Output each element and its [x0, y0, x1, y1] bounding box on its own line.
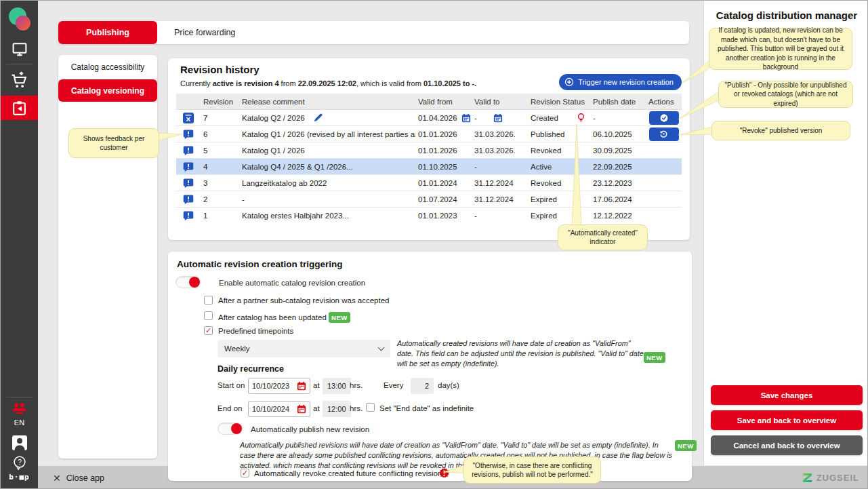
annotation-revoke-info: "Revoke" published version — [711, 121, 850, 140]
cart-plus-icon[interactable] — [1, 69, 38, 92]
revision-history-subtitle: Currently active is revision 4 from 22.0… — [180, 79, 476, 87]
header-publish-date: Publish date — [590, 98, 646, 106]
partner-subcatalog-label: After a partner sub-catalog revision was… — [218, 296, 390, 305]
table-header-row: Revision Release comment Valid from Vali… — [176, 94, 682, 110]
feedback-comment-icon[interactable] — [183, 161, 194, 172]
language-switcher[interactable]: EN — [1, 418, 38, 427]
desktop-icon[interactable] — [1, 39, 38, 59]
feedback-comment-icon[interactable] — [183, 145, 194, 156]
indefinite-end-checkbox[interactable] — [366, 403, 375, 412]
cell-valid-to: - — [472, 212, 528, 220]
auto-trigger-card: Automatic revision creation triggering E… — [168, 252, 692, 481]
catalog-updated-label: After catalog has been updated NEW — [218, 312, 350, 323]
revision-history-card: Revision history Currently active is rev… — [168, 58, 690, 240]
end-date-input[interactable] — [248, 401, 310, 417]
table-row[interactable]: 6 Katalog Q1 / 2026 (revised by all inte… — [176, 126, 682, 142]
edit-comment-icon[interactable] — [313, 113, 323, 123]
publish-revision-button[interactable] — [649, 111, 679, 125]
catalog-updated-checkbox[interactable] — [204, 311, 213, 320]
tab-publishing[interactable]: Publishing — [58, 21, 157, 44]
calendar-icon-red[interactable] — [297, 404, 306, 414]
feedback-comment-icon[interactable] — [183, 194, 194, 205]
start-on-label: Start on — [218, 381, 245, 389]
calendar-icon[interactable] — [493, 113, 503, 123]
subtitle-bold: 22.09.2025 12:02 — [298, 79, 356, 87]
header-actions: Actions — [646, 98, 682, 106]
close-app-button[interactable]: ✕ Close app — [53, 466, 104, 489]
app-window: { "app": { "close_label": "Close app", "… — [0, 0, 868, 489]
sidebar-divider-bottom — [6, 397, 33, 397]
days-label: day(s) — [438, 381, 459, 389]
save-back-button[interactable]: Save and back to overview — [711, 410, 863, 430]
calendar-icon-red[interactable] — [297, 381, 306, 391]
subtitle-text: from — [279, 79, 298, 87]
warning-exclamation-icon — [439, 468, 449, 478]
cell-revision: 5 — [201, 146, 239, 155]
table-row[interactable]: 5 Katalog Q1 / 2026 01.01.2026 31.03.202… — [176, 142, 682, 159]
brand-name: ZUGSEIL — [817, 473, 859, 483]
cell-comment: Katalog Q2 / 2026 — [242, 114, 305, 122]
tab-price-forwarding[interactable]: Price forwarding — [174, 21, 235, 44]
cell-status: Expired — [528, 212, 590, 220]
cell-status: Published — [528, 130, 590, 138]
table-row[interactable]: 1 Katalog erstes Halbjahr 2023... 01.01.… — [176, 208, 682, 224]
calendar-icon[interactable] — [461, 113, 471, 123]
auto-revoke-checkbox[interactable]: ✓ — [241, 469, 249, 477]
cell-valid-from: 01.01.2023 — [415, 212, 472, 220]
end-on-label: End on — [218, 404, 242, 412]
annotation-otherwise: "Otherwise, in case there are conflictin… — [463, 456, 601, 484]
delete-revision-icon[interactable] — [183, 113, 194, 123]
save-changes-button[interactable]: Save changes — [711, 385, 863, 405]
start-date-value[interactable] — [252, 382, 294, 390]
nav-item-catalog-versioning[interactable]: Catalog versioning — [58, 79, 157, 102]
feedback-comment-icon[interactable] — [183, 210, 194, 221]
end-time-input[interactable]: 12:00 — [323, 401, 351, 417]
trigger-button-label: Trigger new revision creation — [578, 78, 674, 86]
predefined-timepoints-checkbox[interactable]: ✓ — [204, 326, 213, 335]
at-label: at — [313, 381, 320, 389]
hrs-label: hrs. — [350, 404, 363, 412]
cell-valid-to: 31.12.2024 — [472, 179, 528, 187]
enable-auto-creation-toggle[interactable] — [175, 276, 201, 288]
cell-valid-from: 01.04.2026 — [418, 114, 457, 122]
frequency-select[interactable]: Weekly — [218, 340, 390, 357]
feedback-comment-icon[interactable] — [183, 129, 194, 140]
cancel-back-button[interactable]: Cancel and back to overview — [711, 435, 863, 455]
help-icon[interactable]: ? — [1, 454, 38, 471]
auto-publish-toggle[interactable] — [218, 423, 243, 435]
start-time-input[interactable]: 13:00 — [323, 378, 351, 394]
auto-created-bulb-icon — [577, 113, 585, 123]
sidebar-item-catalog-active[interactable] — [1, 96, 38, 120]
sidebar-divider-top — [6, 64, 33, 64]
trigger-new-revision-button[interactable]: Trigger new revision creation — [559, 74, 682, 90]
annotation-publish-info: "Publish" - Only possible for unpublishe… — [718, 81, 853, 108]
cell-valid-from: 01.01.2026 — [415, 146, 472, 155]
customers-icon[interactable] — [1, 401, 38, 416]
table-row[interactable]: 2 - 01.07.2024 31.12.2024 Expired 17.06.… — [176, 191, 682, 208]
cell-valid-from: 01.07.2024 — [415, 195, 472, 203]
app-logo — [1, 5, 38, 35]
end-date-value[interactable] — [252, 405, 294, 413]
table-row-active[interactable]: 4 Katalog Q4 / 2025 & Q1 /2026... 01.10.… — [176, 159, 682, 175]
partner-subcatalog-checkbox[interactable] — [204, 296, 213, 305]
frequency-value: Weekly — [224, 345, 250, 353]
cell-revision: 7 — [201, 114, 239, 122]
table-row[interactable]: 7 Katalog Q2 / 2026 01.04.2026 - Created… — [176, 110, 682, 126]
right-panel-title: Catalog distribution manager — [704, 9, 868, 21]
nav-item-catalog-accessibility[interactable]: Catalog accessibility — [58, 56, 157, 78]
cell-publish-date: 23.12.2023 — [590, 179, 646, 187]
cell-comment: Katalog Q4 / 2025 & Q1 /2026... — [239, 163, 415, 171]
top-tabbar: Publishing Price forwarding — [58, 21, 689, 44]
start-date-input[interactable] — [248, 378, 310, 394]
revoke-revision-button[interactable] — [649, 128, 679, 141]
every-days-input[interactable]: 2 — [411, 378, 434, 394]
feedback-comment-icon[interactable] — [183, 178, 194, 189]
table-row[interactable]: 3 Langzeitkatalog ab 2022 01.01.2024 31.… — [176, 175, 682, 191]
auto-trigger-title: Automatic revision creation triggering — [177, 259, 343, 269]
cell-publish-date: 06.10.2025 — [590, 130, 646, 138]
cell-status: Created — [531, 114, 558, 122]
header-revision: Revision — [201, 98, 239, 106]
user-profile-icon[interactable] — [1, 433, 38, 452]
new-badge: NEW — [644, 352, 665, 363]
cell-valid-from: 01.10.2025 — [415, 163, 472, 171]
